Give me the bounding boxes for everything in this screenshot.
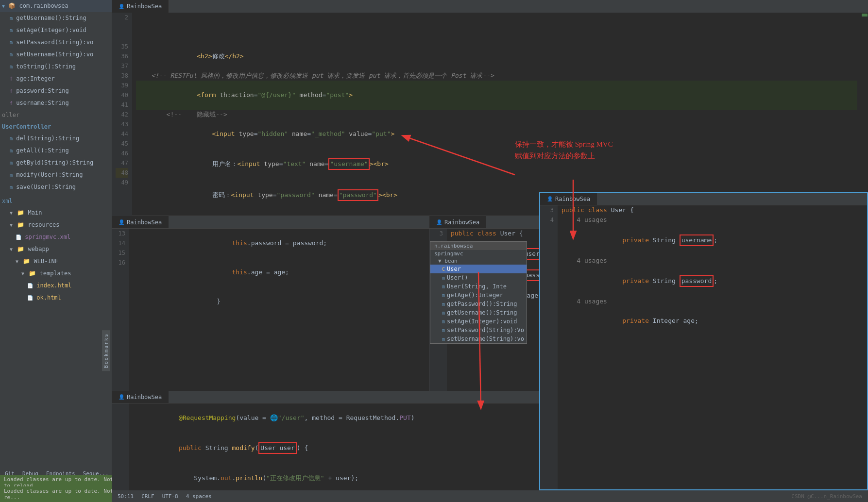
tab-rainbowsea-bottom[interactable]: 👤 RainbowSea <box>112 391 169 403</box>
sidebar-item-getusername[interactable]: m getUsername():String <box>0 12 112 24</box>
blue-line-5-usages: 4 usages <box>562 256 863 266</box>
line-numbers-mid-left: 13 14 15 16 <box>112 229 129 391</box>
editor-tab-bar: 👤 RainbowSea <box>112 0 868 13</box>
sidebar-item-usercontroller[interactable]: UserController <box>0 121 112 133</box>
blue-line-numbers: 3 4 <box>540 205 558 489</box>
code-line-38: <!-- RESTFul 风格的，修改用户信息，修改必须发送 put 请求，要发… <box>136 71 857 81</box>
code-line-39: <form th:action="@{/user}" method="post"… <box>136 81 857 110</box>
blue-panel-lines: public class User { 4 usages private Str… <box>558 205 867 489</box>
blue-panel-content: 3 4 public class User { 4 usages private… <box>540 205 867 489</box>
autocomplete-header: n.rainbowsea <box>430 242 527 250</box>
user-icon-mid-right: 👤 <box>436 219 442 225</box>
sidebar-item-age[interactable]: f age:Integer <box>0 73 112 85</box>
gutter-marker <box>862 14 868 17</box>
blue-line-age: private Integer age; <box>562 306 863 335</box>
user-icon-bottom: 👤 <box>119 394 124 400</box>
code-line-2 <box>136 13 857 22</box>
sidebar-item-controller[interactable]: oller <box>0 109 112 121</box>
left-middle-editor: 👤 RainbowSea 13 14 15 16 this.password <box>112 216 429 391</box>
status-crlf: CRLF <box>141 493 154 500</box>
top-editor: 👤 RainbowSea 2 35 36 37 38 39 40 41 42 <box>112 0 868 216</box>
autocomplete-item-user-constructor[interactable]: m User() <box>430 273 527 282</box>
autocomplete-item-getage[interactable]: m getAge():Integer <box>430 291 527 300</box>
tab-rainbowsea-mid-right[interactable]: 👤 RainbowSea <box>429 216 486 228</box>
sidebar-item-setage[interactable]: m setAge(Integer):void <box>0 24 112 36</box>
sidebar-item-main[interactable]: ▼ 📁 Main <box>0 207 112 219</box>
top-editor-content: 2 35 36 37 38 39 40 41 42 43 44 45 46 47… <box>112 13 868 216</box>
sidebar-item-templates[interactable]: ▼ 📁 templates <box>0 268 112 280</box>
sidebar-item-modify[interactable]: m modify(User):String <box>0 169 112 181</box>
sidebar-item-getall[interactable]: m getAll():String <box>0 145 112 157</box>
left-middle-content: 13 14 15 16 this.password = password; th… <box>112 229 429 391</box>
blue-highlight-panel: 👤 RainbowSea 3 4 public class User { 4 u <box>539 192 868 490</box>
blue-line-4-usages: 4 usages <box>562 215 863 225</box>
blue-line-password: private String password; <box>562 266 863 297</box>
autocomplete-item-getpassword[interactable]: m getPassword():String <box>430 300 527 308</box>
notification-2: Loaded classes are up to date. Nothing t… <box>0 486 112 502</box>
sidebar-section-xml: xml <box>0 195 112 207</box>
sidebar-item-tostring[interactable]: m toString():String <box>0 61 112 73</box>
status-spaces: 4 spaces <box>186 493 212 500</box>
line-numbers-top: 2 35 36 37 38 39 40 41 42 43 44 45 46 47… <box>112 13 132 216</box>
sidebar-item-springmvc-xml[interactable]: 📄 springmvc.xml <box>0 231 112 243</box>
code-line-41: <input type="hidden" name="_method" valu… <box>136 119 857 149</box>
sidebar-item-save[interactable]: m save(User):String <box>0 181 112 193</box>
sidebar-item-com-rainbowsea[interactable]: ▼ 📦 com.rainbowsea <box>0 0 112 12</box>
user-icon-mid: 👤 <box>119 219 124 225</box>
sidebar-item-del[interactable]: m del(String):String <box>0 133 112 145</box>
tab-rainbowsea-top[interactable]: 👤 RainbowSea <box>112 0 169 13</box>
code-line-mid-13: this.password = password; <box>133 229 425 258</box>
autocomplete-item-user-constructor2[interactable]: m User(String, Inte <box>430 282 527 291</box>
sidebar: ▼ 📦 com.rainbowsea m getUsername():Strin… <box>0 0 112 502</box>
annotation-text: 保持一致，才能被 Spring MVC 赋值到对应方法的参数上 <box>515 138 613 162</box>
top-editor-lines: <h2>修改</h2> <!-- RESTFul 风格的，修改用户信息，修改必须… <box>132 13 861 216</box>
status-position: 50:11 <box>118 493 134 500</box>
blue-panel-tab-bar: 👤 RainbowSea <box>540 193 867 205</box>
sidebar-item-webapp[interactable]: ▼ 📁 webapp <box>0 243 112 255</box>
autocomplete-item-setpassword[interactable]: m setPassword(String):Vo <box>430 326 527 335</box>
code-line-40: <!-- 隐藏域--> <box>136 110 857 119</box>
user-icon: 👤 <box>119 4 124 9</box>
autocomplete-item-user-selected[interactable]: C User <box>430 265 527 273</box>
user-icon-blue: 👤 <box>547 196 553 201</box>
autocomplete-item-getusername[interactable]: m getUsername():String <box>430 308 527 317</box>
sidebar-item-webinf[interactable]: ▼ 📁 WEB-INF <box>0 255 112 268</box>
autocomplete-item-setage[interactable]: m setAge(Integer):void <box>430 317 527 326</box>
code-line-mid-15: } <box>133 287 425 316</box>
code-line-43: 用户名：<input type="text" name="username"><… <box>136 149 857 180</box>
bottom-status-bar: 50:11 CRLF UTF-8 4 spaces CSDN @C...n_Ra… <box>112 490 868 502</box>
sidebar-item-index-html[interactable]: 📄 index.html <box>0 280 112 292</box>
sidebar-item-password[interactable]: f password:String <box>0 85 112 97</box>
autocomplete-item-setusername[interactable]: m setUsername(String):vo <box>430 335 527 343</box>
autocomplete-bean: ▼ bean <box>430 257 527 265</box>
code-line-37: <h2>修改</h2> <box>136 42 857 71</box>
status-utf8: UTF-8 <box>162 493 178 500</box>
left-middle-lines: this.password = password; this.age = age… <box>129 229 429 391</box>
code-line-gap <box>136 22 857 42</box>
sidebar-item-setusername[interactable]: m setUsername(String):vo <box>0 49 112 61</box>
sidebar-item-ok-html[interactable]: 📄 ok.html <box>0 292 112 304</box>
blue-line-3: public class User { <box>562 205 863 215</box>
line-numbers-bottom <box>112 403 129 490</box>
bookmarks-tab[interactable]: Bookmarks <box>102 330 110 371</box>
tab-rainbowsea-mid-left[interactable]: 👤 RainbowSea <box>112 216 169 228</box>
right-gutter-top <box>861 13 868 216</box>
watermark: CSDN @C...n_RainbowSea <box>791 493 862 500</box>
autocomplete-popup[interactable]: n.rainbowsea springmvc ▼ bean C User m U… <box>430 241 527 344</box>
blue-line-6-usages: 4 usages <box>562 297 863 306</box>
sidebar-item-resources[interactable]: ▼ 📁 resources <box>0 219 112 231</box>
sidebar-item-username[interactable]: f username:String <box>0 97 112 109</box>
autocomplete-subheader: springmvc <box>430 250 527 257</box>
left-middle-tab-bar: 👤 RainbowSea <box>112 216 429 229</box>
code-line-mid-14: this.age = age; <box>133 258 425 287</box>
sidebar-item-setpassword[interactable]: m setPassword(String):vo <box>0 36 112 49</box>
blue-line-username: private String username; <box>562 225 863 256</box>
sidebar-item-getbyid[interactable]: m getByld(String):String <box>0 157 112 169</box>
tab-rainbowsea-blue[interactable]: 👤 RainbowSea <box>540 193 597 205</box>
